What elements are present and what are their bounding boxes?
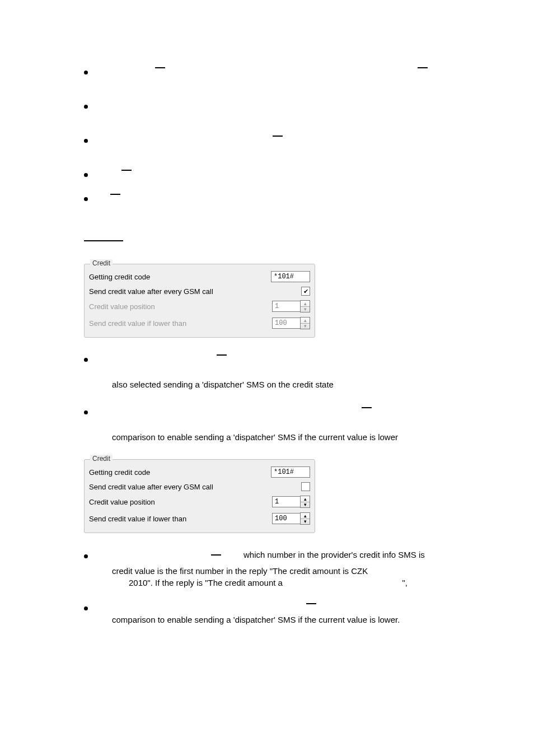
group-legend: Credit (90, 259, 113, 267)
row-credit-value-position: Credit value position ▴▾ (89, 298, 310, 315)
field-label: Getting credit code (89, 273, 271, 281)
body-text: which number in the provider's credit in… (243, 550, 425, 559)
body-text-line: 2010". If the reply is "The credit amoun… (129, 578, 472, 587)
field-label: Send credit value after every GSM call (89, 483, 279, 491)
stepper-buttons[interactable]: ▴▾ (300, 317, 310, 329)
field-label: Credit value position (89, 498, 272, 506)
field-label: Send credit value after every GSM call (89, 287, 279, 296)
row-send-if-lower: Send credit value if lower than ▴▾ (89, 510, 310, 527)
field-label: Credit value position (89, 302, 272, 311)
bullet-disc-icon (84, 71, 88, 74)
field-label: Send credit value if lower than (89, 515, 272, 523)
chevron-up-icon[interactable]: ▴ (301, 514, 310, 519)
bullet-disc-icon (84, 173, 88, 177)
dash-icon (121, 170, 132, 171)
chevron-up-icon[interactable]: ▴ (301, 301, 310, 307)
lower-than-stepper[interactable]: ▴▾ (272, 317, 310, 329)
bullet-disc-icon (84, 554, 88, 558)
dash-icon (217, 354, 227, 356)
stepper-input[interactable] (272, 301, 300, 312)
bullet-disc-icon (84, 606, 88, 610)
document-page: Credit Getting credit code Send credit v… (0, 0, 534, 756)
bullet-item (84, 407, 472, 414)
group-legend: Credit (90, 455, 113, 463)
dash-icon (110, 194, 120, 195)
body-text: 2010". If the reply is "The credit amoun… (129, 578, 283, 587)
bullet-disc-icon (84, 105, 88, 109)
field-label: Send credit value if lower than (89, 319, 272, 328)
stepper-buttons[interactable]: ▴▾ (300, 512, 310, 525)
chevron-down-icon[interactable]: ▾ (301, 502, 310, 507)
dash-icon (306, 603, 316, 604)
row-getting-credit-code: Getting credit code (89, 464, 310, 480)
underline-rule (84, 240, 123, 241)
body-text: ", (402, 578, 408, 587)
lower-than-stepper[interactable]: ▴▾ (272, 512, 310, 525)
stepper-input[interactable] (272, 513, 300, 524)
row-send-after-call: Send credit value after every GSM call (89, 284, 310, 298)
bullet-disc-icon (84, 358, 88, 362)
credit-position-stepper[interactable]: ▴▾ (272, 496, 310, 508)
dash-icon (418, 67, 428, 68)
bullet-item (84, 67, 472, 74)
bullet-item (84, 194, 472, 201)
row-send-after-call: Send credit value after every GSM call (89, 480, 310, 493)
stepper-buttons[interactable]: ▴▾ (300, 496, 310, 508)
bullet-item (84, 170, 472, 177)
row-send-if-lower: Send credit value if lower than ▴▾ (89, 315, 310, 332)
bullet-disc-icon (84, 410, 88, 414)
dash-icon (155, 67, 165, 68)
credit-group: Credit Getting credit code Send credit v… (84, 459, 315, 533)
chevron-down-icon[interactable]: ▾ (301, 324, 310, 329)
bullet-disc-icon (84, 197, 88, 201)
bullet-item (84, 354, 472, 362)
chevron-up-icon[interactable]: ▴ (301, 318, 310, 324)
chevron-up-icon[interactable]: ▴ (301, 497, 310, 502)
field-label: Getting credit code (89, 468, 271, 477)
stepper-input[interactable] (272, 496, 300, 507)
credit-position-stepper[interactable]: ▴▾ (272, 300, 310, 312)
body-text: comparison to enable sending a 'dispatch… (112, 614, 472, 627)
getting-credit-code-input[interactable] (271, 271, 310, 282)
bullet-item (84, 136, 472, 143)
dash-icon (362, 407, 372, 408)
chevron-down-icon[interactable]: ▾ (301, 307, 310, 312)
credit-group: Credit Getting credit code Send credit v… (84, 264, 315, 338)
bullet-item (84, 603, 472, 610)
dash-icon (273, 136, 283, 137)
bullet-item (84, 101, 472, 109)
bullet-disc-icon (84, 139, 88, 143)
send-after-call-checkbox[interactable] (301, 482, 310, 491)
dash-icon (211, 554, 221, 556)
body-text: credit value is the first number in the … (112, 565, 472, 578)
chevron-down-icon[interactable]: ▾ (301, 519, 310, 524)
bullet-item: which number in the provider's credit in… (84, 550, 472, 559)
row-getting-credit-code: Getting credit code (89, 269, 310, 284)
stepper-input[interactable] (272, 318, 300, 329)
send-after-call-checkbox[interactable] (301, 287, 310, 296)
body-text: also selected sending a 'dispatcher' SMS… (112, 379, 472, 391)
stepper-buttons[interactable]: ▴▾ (300, 300, 310, 312)
getting-credit-code-input[interactable] (271, 466, 310, 478)
row-credit-value-position: Credit value position ▴▾ (89, 493, 310, 510)
body-text: comparison to enable sending a 'dispatch… (112, 431, 472, 444)
